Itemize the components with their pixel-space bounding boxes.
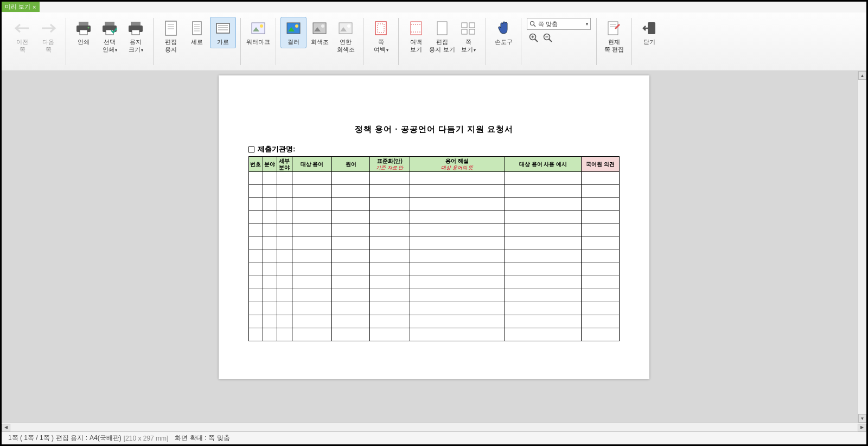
hand-icon — [495, 20, 512, 37]
horizontal-scrollbar[interactable]: ◀ ▶ — [2, 423, 866, 431]
page-preview: 정책 용어 · 공공언어 다듬기 지원 요청서 제출기관명: 번호 분야 세부 … — [219, 75, 649, 379]
svg-rect-40 — [469, 29, 475, 34]
table-row — [249, 315, 620, 328]
current-page-edit-button[interactable]: 현재 쪽 편집 — [601, 17, 627, 56]
table-row — [249, 250, 620, 263]
edit-paper-view-button[interactable]: 편집 용지 보기 — [429, 17, 455, 56]
status-zoom-value: 쪽 맞춤 — [208, 434, 229, 443]
col-field: 분야 — [263, 157, 277, 172]
status-paper-dim: [210 x 297 mm] — [124, 435, 169, 442]
watermark-button[interactable]: 워터마크 — [245, 17, 271, 48]
status-paper-value: A4(국배판) — [90, 434, 122, 443]
col-explanation: 용어 해설대상 용어의 뜻 — [410, 157, 505, 172]
page-landscape-icon — [214, 20, 232, 37]
margin-view-icon — [407, 20, 425, 37]
scroll-left-icon[interactable]: ◀ — [2, 424, 10, 431]
svg-line-48 — [549, 39, 552, 42]
scroll-down-icon[interactable]: ▼ — [858, 414, 866, 423]
table-row — [249, 172, 620, 185]
document-title: 정책 용어 · 공공언어 다듬기 지원 요청서 — [248, 124, 620, 135]
ribbon-toolbar: 이전 쪽 다음 쪽 인쇄 선택 인쇄▾ — [2, 12, 866, 71]
svg-rect-7 — [131, 22, 141, 26]
chevron-down-icon: ▾ — [586, 22, 588, 27]
svg-rect-19 — [216, 23, 229, 33]
soft-gray-button[interactable]: 연한 회색조 — [333, 17, 359, 56]
vertical-button[interactable]: 세로 — [184, 17, 210, 48]
hand-tool-button[interactable]: 손도구 — [490, 17, 516, 48]
exit-icon — [641, 20, 658, 37]
printer-check-icon — [101, 20, 118, 37]
select-print-button[interactable]: 선택 인쇄▾ — [97, 17, 123, 56]
close-button[interactable]: 닫기 — [636, 17, 662, 48]
vertical-scrollbar[interactable]: ▲ ▼ — [858, 71, 866, 423]
checkbox-icon — [248, 146, 254, 152]
width-fit-button[interactable]: 가로 — [210, 17, 236, 48]
status-bar: 1쪽 ( 1쪽 / 1쪽 ) 편집 용지 : A4(국배판) [210 x 29… — [2, 431, 866, 444]
preview-tab[interactable]: 미리 보기 × — [2, 2, 40, 12]
svg-rect-36 — [437, 22, 447, 35]
grayscale-icon — [311, 20, 328, 37]
prev-page-button: 이전 쪽 — [9, 17, 35, 56]
watermark-icon — [250, 20, 267, 37]
table-row — [249, 185, 620, 198]
status-paper-label: 편집 용지 : — [56, 434, 87, 443]
svg-rect-2 — [80, 30, 87, 35]
margin-view-button[interactable]: 여백 보기 — [403, 17, 429, 56]
table-row — [249, 276, 620, 289]
table-row — [249, 198, 620, 211]
page-view-button[interactable]: 쪽 보기▾ — [455, 17, 481, 56]
print-button[interactable]: 인쇄 — [71, 17, 97, 48]
zoom-value: 쪽 맞춤 — [538, 20, 558, 28]
col-standard: 표준화(안)기존 자료 안 — [370, 157, 410, 172]
duplex-button[interactable]: 편집 용지 — [158, 17, 184, 56]
svg-rect-27 — [313, 23, 326, 34]
table-row — [249, 289, 620, 302]
page-margin-icon — [372, 20, 390, 37]
table-row — [249, 302, 620, 315]
svg-rect-23 — [252, 23, 265, 34]
scroll-up-icon[interactable]: ▲ — [858, 71, 866, 80]
svg-rect-29 — [339, 23, 352, 34]
col-usage: 대상 용어 사용 예시 — [505, 157, 581, 172]
select-print-label: 선택 인쇄▾ — [103, 38, 117, 54]
page-portrait-icon — [188, 20, 206, 37]
svg-point-3 — [88, 27, 90, 29]
table-row — [249, 224, 620, 237]
zoom-out-button[interactable] — [543, 33, 553, 43]
tab-bar: 미리 보기 × — [2, 2, 866, 12]
svg-rect-39 — [462, 29, 467, 34]
svg-line-42 — [534, 25, 535, 27]
table-row — [249, 328, 620, 341]
magnifier-icon — [529, 21, 536, 27]
soft-gray-icon — [337, 20, 354, 37]
scroll-right-icon[interactable]: ▶ — [858, 424, 866, 431]
arrow-right-icon — [40, 20, 57, 37]
svg-point-24 — [260, 24, 263, 28]
printer-gear-icon — [127, 20, 144, 37]
svg-rect-0 — [79, 22, 88, 26]
svg-point-41 — [531, 22, 534, 26]
next-page-button: 다음 쪽 — [35, 17, 61, 56]
document-viewport[interactable]: 정책 용어 · 공공언어 다듬기 지원 요청서 제출기관명: 번호 분야 세부 … — [2, 71, 866, 423]
status-page-info: 1쪽 ( 1쪽 / 1쪽 ) — [8, 434, 54, 443]
svg-point-30 — [347, 24, 350, 28]
col-subfield: 세부 분야 — [277, 157, 292, 172]
color-icon — [285, 20, 302, 37]
table-row — [249, 237, 620, 250]
grayscale-button[interactable]: 회색조 — [307, 17, 333, 48]
svg-rect-14 — [193, 22, 201, 35]
svg-point-28 — [321, 24, 324, 28]
svg-rect-10 — [165, 21, 176, 35]
zoom-select[interactable]: 쪽 맞춤 ▾ — [527, 18, 591, 30]
color-button[interactable]: 컬러 — [280, 17, 307, 48]
table-row — [249, 211, 620, 224]
status-zoom-label: 화면 확대 : — [175, 434, 206, 443]
page-margin-label: 쪽 여백▾ — [374, 38, 388, 54]
page-margin-button[interactable]: 쪽 여백▾ — [368, 17, 394, 56]
svg-rect-33 — [411, 22, 422, 35]
close-icon[interactable]: × — [33, 4, 36, 10]
svg-line-44 — [535, 39, 538, 42]
printer-icon — [75, 20, 92, 37]
paper-size-button[interactable]: 용지 크기▾ — [123, 17, 149, 56]
zoom-in-button[interactable] — [529, 33, 539, 43]
